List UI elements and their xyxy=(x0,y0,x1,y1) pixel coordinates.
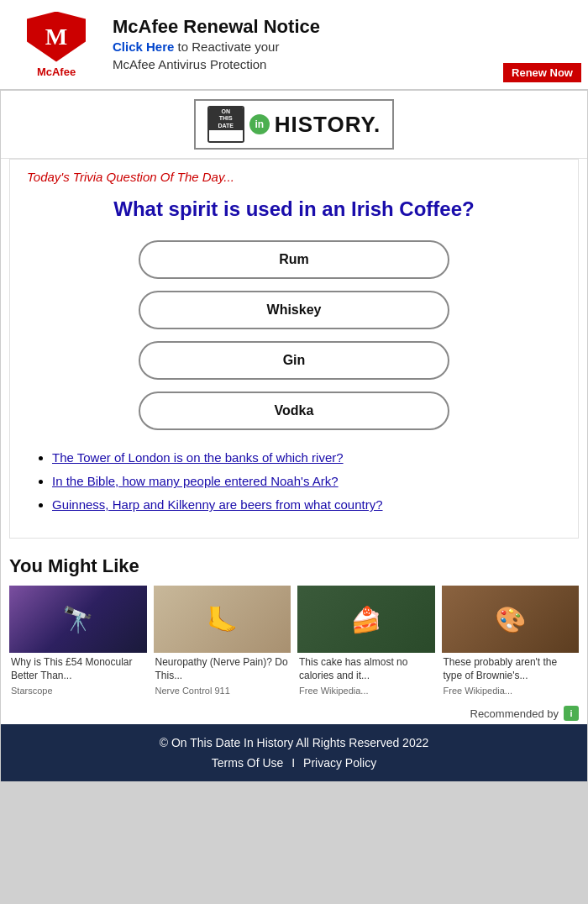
answer-btn-3[interactable]: Vodka xyxy=(139,392,449,430)
calendar-icon: ON THIS DATE xyxy=(207,106,244,143)
mcafee-logo: M McAfee xyxy=(10,7,102,82)
related-item-0: The Tower of London is on the banks of w… xyxy=(52,450,561,465)
related-link-0[interactable]: The Tower of London is on the banks of w… xyxy=(52,450,344,465)
ad-title: McAfee Renewal Notice xyxy=(113,16,578,38)
answer-btn-0[interactable]: Rum xyxy=(139,240,449,279)
ad-click-link[interactable]: Click Here xyxy=(113,39,174,54)
mcafee-brand-text: McAfee xyxy=(37,66,76,78)
card-text-2: This cake has almost no calories and it.… xyxy=(297,653,435,684)
mcafee-shield: M xyxy=(27,12,86,62)
cake-icon: 🍰 xyxy=(350,605,381,634)
card-img-1: 🦶 xyxy=(154,586,291,653)
related-link-1[interactable]: In the Bible, how many people entered No… xyxy=(52,474,339,488)
related-link-2[interactable]: Guinness, Harp and Kilkenny are beers fr… xyxy=(52,497,383,512)
related-item-2: Guinness, Harp and Kilkenny are beers fr… xyxy=(52,497,561,512)
card-3[interactable]: 🎨 These probably aren't the type of Brow… xyxy=(442,586,580,701)
history-logo: ON THIS DATE in HISTORY. xyxy=(194,99,394,150)
ad-line1-rest: to Reactivate your xyxy=(174,39,279,54)
brownie-icon: 🎨 xyxy=(495,605,526,634)
footer-separator: I xyxy=(291,756,295,770)
shield-letter: M xyxy=(45,24,67,50)
ad-line2: McAfee Antivirus Protection xyxy=(113,57,266,71)
card-source-1: Nerve Control 911 xyxy=(154,684,291,701)
card-img-2: 🍰 xyxy=(297,586,435,653)
privacy-link[interactable]: Privacy Policy xyxy=(303,756,376,770)
cards-row: 🔭 Why is This £54 Monocular Better Than.… xyxy=(9,586,579,701)
trivia-label: Today's Trivia Question Of The Day... xyxy=(27,170,561,184)
answer-btn-2[interactable]: Gin xyxy=(139,341,449,380)
footer-links: Terms Of Use I Privacy Policy xyxy=(9,756,579,770)
answer-btn-1[interactable]: Whiskey xyxy=(139,291,449,329)
content-area: Today's Trivia Question Of The Day... Wh… xyxy=(9,159,579,539)
card-text-0: Why is This £54 Monocular Better Than... xyxy=(9,653,147,684)
foot-icon: 🦶 xyxy=(207,605,238,634)
related-item-1: In the Bible, how many people entered No… xyxy=(52,474,561,489)
card-0[interactable]: 🔭 Why is This £54 Monocular Better Than.… xyxy=(9,586,147,701)
card-img-3: 🎨 xyxy=(442,586,580,653)
cal-top: ON THIS DATE xyxy=(209,108,243,130)
card-1[interactable]: 🦶 Neuropathy (Nerve Pain)? Do This... Ne… xyxy=(154,586,291,701)
card-img-0: 🔭 xyxy=(9,586,147,653)
ad-banner: M McAfee McAfee Renewal Notice Click Her… xyxy=(0,0,588,90)
card-text-3: These probably aren't the type of Browni… xyxy=(442,653,580,684)
card-text-1: Neuropathy (Nerve Pain)? Do This... xyxy=(154,653,291,684)
binoculars-icon: 🔭 xyxy=(62,605,93,634)
history-title: HISTORY. xyxy=(275,112,381,138)
footer: © On This Date In History All Rights Res… xyxy=(1,724,587,781)
you-might-like-section: You Might Like 🔭 Why is This £54 Monocul… xyxy=(1,547,587,701)
card-source-3: Free Wikipedia... xyxy=(442,684,580,701)
card-source-2: Free Wikipedia... xyxy=(297,684,435,701)
recommended-badge: i xyxy=(564,706,579,721)
recommended-by: Recommended by i xyxy=(1,701,587,724)
site-header: ON THIS DATE in HISTORY. xyxy=(1,91,587,159)
card-2[interactable]: 🍰 This cake has almost no calories and i… xyxy=(297,586,435,701)
related-questions: The Tower of London is on the banks of w… xyxy=(27,450,561,512)
terms-link[interactable]: Terms Of Use xyxy=(212,756,284,770)
footer-copyright: © On This Date In History All Rights Res… xyxy=(9,736,579,749)
main-container: ON THIS DATE in HISTORY. Today's Trivia … xyxy=(0,90,588,782)
you-might-like-title: You Might Like xyxy=(9,555,579,577)
in-bubble: in xyxy=(249,114,270,134)
card-source-0: Starscope xyxy=(9,684,147,701)
renew-button[interactable]: Renew Now xyxy=(503,63,581,82)
trivia-question: What spirit is used in an Irish Coffee? xyxy=(27,196,561,222)
cal-bottom xyxy=(209,130,243,141)
recommended-label: Recommended by xyxy=(470,707,559,720)
